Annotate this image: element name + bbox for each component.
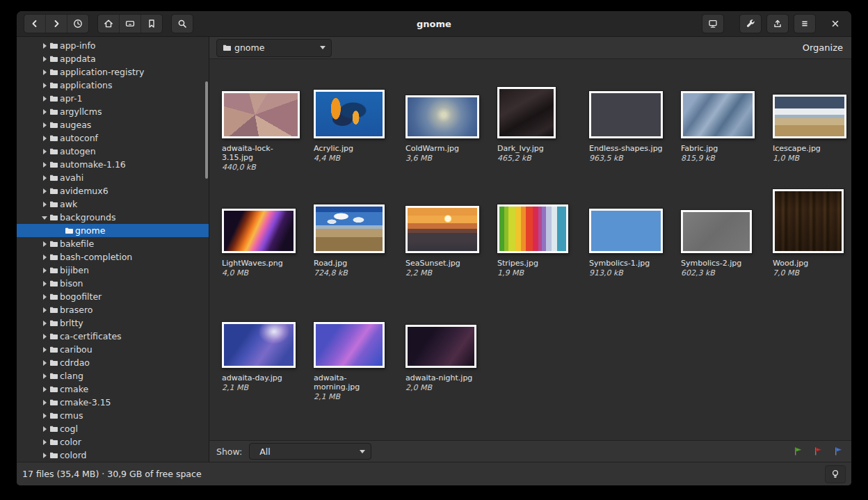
file-cell[interactable]: SeaSunset.jpg2,2 MB: [405, 192, 489, 307]
sidebar-item-apr-1[interactable]: apr-1: [17, 92, 209, 105]
show-dropdown[interactable]: All: [249, 443, 371, 460]
expander-expanded-icon[interactable]: [40, 213, 49, 222]
expander-collapsed-icon[interactable]: [40, 398, 49, 407]
sidebar-item-application-registry[interactable]: application-registry: [17, 65, 209, 79]
expander-collapsed-icon[interactable]: [40, 438, 49, 446]
blue-flag-button[interactable]: [834, 446, 843, 456]
sidebar-item-augeas[interactable]: augeas: [17, 118, 209, 131]
sidebar-item-bison[interactable]: bison: [17, 277, 209, 290]
sidebar-item-appdata[interactable]: appdata: [17, 52, 209, 65]
expander-collapsed-icon[interactable]: [40, 161, 49, 169]
sidebar-scrollbar[interactable]: [205, 81, 208, 179]
red-flag-button[interactable]: [814, 446, 823, 456]
file-thumbnail[interactable]: [314, 90, 385, 138]
file-thumbnail[interactable]: [222, 91, 300, 138]
green-flag-button[interactable]: [794, 446, 803, 456]
file-thumbnail[interactable]: [681, 210, 752, 253]
close-button[interactable]: [826, 15, 844, 33]
file-cell[interactable]: Icescape.jpg1,0 MB: [773, 77, 851, 192]
expander-collapsed-icon[interactable]: [40, 412, 49, 420]
expander-collapsed-icon[interactable]: [40, 147, 49, 156]
home-button[interactable]: [98, 15, 119, 33]
file-thumbnail[interactable]: [405, 325, 476, 368]
file-cell[interactable]: adwaita-night.jpg2,0 MB: [405, 307, 489, 421]
sidebar-item-backgrounds[interactable]: backgrounds: [17, 211, 209, 224]
file-cell[interactable]: Fabric.jpg815,9 kB: [681, 77, 764, 192]
sidebar-item-automake-1-16[interactable]: automake-1.16: [17, 158, 209, 171]
file-thumbnail[interactable]: [497, 204, 568, 253]
sidebar-item-cogl[interactable]: cogl: [17, 422, 209, 435]
history-button[interactable]: [67, 15, 88, 33]
expander-collapsed-icon[interactable]: [40, 385, 49, 394]
file-cell[interactable]: adwaita-morning.jpg2,1 MB: [314, 307, 397, 421]
expander-collapsed-icon[interactable]: [40, 134, 49, 143]
sidebar-item-brltty[interactable]: brltty: [17, 316, 209, 330]
organize-button[interactable]: Organize: [803, 42, 843, 53]
file-cell[interactable]: LightWaves.png4,0 MB: [222, 192, 305, 307]
sidebar-item-cmake[interactable]: cmake: [17, 382, 209, 396]
file-cell[interactable]: Dark_Ivy.jpg465,2 kB: [497, 77, 581, 192]
sidebar-item-ca-certificates[interactable]: ca-certificates: [17, 330, 209, 343]
file-cell[interactable]: ColdWarm.jpg3,6 MB: [405, 77, 489, 192]
sidebar-item-argyllcms[interactable]: argyllcms: [17, 105, 209, 118]
file-thumbnail[interactable]: [773, 189, 844, 253]
file-thumbnail[interactable]: [589, 91, 663, 138]
sidebar-item-bash-completion[interactable]: bash-completion: [17, 250, 209, 264]
file-thumbnail[interactable]: [222, 209, 296, 253]
sidebar-item-cmake-3-15[interactable]: cmake-3.15: [17, 396, 209, 409]
file-cell[interactable]: Wood.jpg7,0 MB: [773, 192, 851, 307]
file-cell[interactable]: adwaita-day.jpg2,1 MB: [222, 307, 305, 421]
expander-collapsed-icon[interactable]: [40, 306, 49, 314]
sidebar-item-caribou[interactable]: caribou: [17, 343, 209, 356]
sidebar-item-awk[interactable]: awk: [17, 197, 209, 211]
file-thumbnail[interactable]: [222, 322, 296, 368]
sidebar-item-avahi[interactable]: avahi: [17, 171, 209, 184]
file-thumbnail[interactable]: [314, 204, 385, 253]
file-thumbnail[interactable]: [497, 87, 556, 138]
file-cell[interactable]: Symbolics-2.jpg602,3 kB: [681, 192, 764, 307]
back-button[interactable]: [24, 15, 45, 33]
expander-collapsed-icon[interactable]: [40, 200, 49, 209]
sidebar-item-app-info[interactable]: app-info: [17, 39, 209, 52]
sidebar-item-bakefile[interactable]: bakefile: [17, 237, 209, 250]
file-cell[interactable]: adwaita-lock-3.15.jpg440,0 kB: [222, 77, 305, 192]
sidebar-item-avidemux6[interactable]: avidemux6: [17, 184, 209, 197]
forward-button[interactable]: [45, 15, 67, 33]
sidebar-item-clang[interactable]: clang: [17, 369, 209, 382]
file-cell[interactable]: Road.jpg724,8 kB: [314, 192, 397, 307]
sidebar-item-autogen[interactable]: autogen: [17, 145, 209, 158]
file-cell[interactable]: Endless-shapes.jpg963,5 kB: [589, 77, 673, 192]
expander-collapsed-icon[interactable]: [40, 280, 49, 288]
presentation-button[interactable]: [702, 14, 724, 33]
sidebar-item-cmus[interactable]: cmus: [17, 409, 209, 422]
main-menu-button[interactable]: [794, 14, 816, 33]
search-button[interactable]: [171, 14, 193, 33]
bookmarks-button[interactable]: [140, 15, 162, 33]
expander-collapsed-icon[interactable]: [40, 81, 49, 90]
sidebar-item-brasero[interactable]: brasero: [17, 303, 209, 316]
file-thumbnail[interactable]: [314, 322, 385, 368]
sidebar-item-gnome[interactable]: gnome: [17, 224, 209, 237]
file-thumbnail[interactable]: [405, 95, 479, 138]
expander-collapsed-icon[interactable]: [40, 108, 49, 116]
drives-button[interactable]: [119, 15, 140, 33]
expander-collapsed-icon[interactable]: [40, 319, 49, 328]
expander-collapsed-icon[interactable]: [40, 68, 49, 76]
expander-collapsed-icon[interactable]: [40, 293, 49, 301]
file-cell[interactable]: Symbolics-1.jpg913,0 kB: [589, 192, 673, 307]
file-thumbnail[interactable]: [681, 91, 755, 138]
file-thumbnail[interactable]: [405, 206, 479, 253]
expander-collapsed-icon[interactable]: [40, 121, 49, 129]
expander-collapsed-icon[interactable]: [40, 187, 49, 195]
expander-collapsed-icon[interactable]: [40, 240, 49, 248]
sidebar-item-applications[interactable]: applications: [17, 79, 209, 92]
sidebar-item-cdrdao[interactable]: cdrdao: [17, 356, 209, 369]
expander-collapsed-icon[interactable]: [40, 359, 49, 367]
sidebar-item-colord[interactable]: colord: [17, 449, 209, 462]
expander-collapsed-icon[interactable]: [40, 55, 49, 63]
expander-collapsed-icon[interactable]: [40, 346, 49, 354]
file-cell[interactable]: Acrylic.jpg4,4 MB: [314, 77, 397, 192]
file-thumbnail[interactable]: [589, 209, 663, 253]
sidebar-item-bogofilter[interactable]: bogofilter: [17, 290, 209, 303]
expander-collapsed-icon[interactable]: [40, 425, 49, 433]
